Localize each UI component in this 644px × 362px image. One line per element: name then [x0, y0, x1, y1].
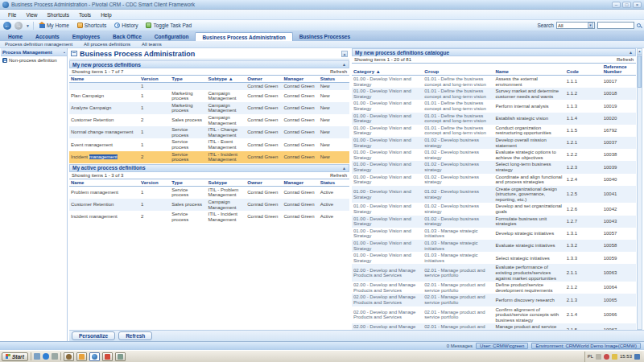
section-header-active-definitions[interactable]: My active process definitions ▲	[69, 164, 349, 172]
column-header[interactable]: Type	[170, 179, 206, 186]
column-header[interactable]: Subtype ▲	[207, 76, 246, 83]
table-row[interactable]: Incident management2Service processITIL …	[69, 151, 349, 163]
quicklaunch-icon-1[interactable]	[34, 353, 40, 360]
table-row[interactable]: 01.00 - Develop Vision and Strategy01.02…	[352, 149, 636, 161]
table-row[interactable]: 01.00 - Develop Vision and Strategy01.03…	[352, 240, 636, 252]
column-header[interactable]: Name	[69, 179, 139, 186]
column-header[interactable]: Status	[319, 179, 349, 186]
shortcuts-button[interactable]: Shortcuts	[75, 22, 109, 29]
update-tray-icon[interactable]	[612, 354, 617, 360]
workspace-tab[interactable]: Configuration	[148, 32, 196, 41]
table-row[interactable]: Problem management1Service processITIL -…	[69, 186, 349, 199]
table-row[interactable]: Plan Campaign1Marketing processCampaign …	[69, 90, 349, 102]
menu-item[interactable]: Shortcuts	[42, 11, 73, 19]
table-row[interactable]: 02.00 - Develop and Manage Products and …	[352, 282, 636, 294]
column-header[interactable]: Manager	[282, 76, 318, 83]
table-row[interactable]: 01.00 - Develop Vision and Strategy01.02…	[352, 161, 636, 173]
personalize-button[interactable]: Personalize	[72, 331, 115, 340]
column-header[interactable]: Owner	[246, 76, 282, 83]
environment-status[interactable]: Environment: CRMWorld Demo Image(CRMW)	[531, 343, 641, 349]
workspace-tab[interactable]: Business Process Administration	[195, 32, 292, 41]
table-row[interactable]: 01.00 - Develop Vision and Strategy01.01…	[352, 88, 636, 100]
table-row[interactable]: Customer Retention2Sales processCampaign…	[69, 114, 349, 126]
column-header[interactable]: Group	[423, 64, 493, 76]
refresh-link[interactable]: Refresh	[330, 173, 347, 178]
column-header[interactable]: Version	[139, 76, 170, 83]
quicklaunch-icon-3[interactable]	[52, 353, 58, 360]
column-header[interactable]: Category ▲	[352, 64, 423, 76]
table-row[interactable]: 01.00 - Develop Vision and Strategy01.01…	[352, 76, 636, 88]
workspace-tab[interactable]: Employees	[66, 32, 106, 41]
menu-item[interactable]: Tools	[74, 11, 96, 19]
search-scope-select[interactable]: All ▼	[556, 22, 595, 29]
workspace-tab[interactable]: Accounts	[29, 32, 66, 41]
table-row[interactable]: 02.00 - Develop and Manage Products and …	[352, 323, 636, 330]
minimize-button[interactable]: –	[612, 2, 621, 8]
scroll-up-icon[interactable]: ▲	[638, 49, 642, 55]
collapse-icon[interactable]: ▲	[342, 62, 346, 67]
taskbar-app-button-1[interactable]	[64, 352, 74, 361]
section-header-new-definitions[interactable]: My new process definitions ▲	[69, 60, 349, 68]
menu-item[interactable]: File	[3, 11, 21, 19]
taskbar-app-button-4[interactable]	[115, 352, 126, 361]
taskbar-app-button-pivotal[interactable]	[89, 352, 100, 361]
table-row[interactable]: Event management1Service processITIL - E…	[69, 138, 349, 150]
table-row[interactable]: 01.00 - Develop Vision and Strategy01.02…	[352, 137, 636, 149]
section-header-catalogue[interactable]: My new process definitions catalogue ▲	[352, 48, 636, 56]
sub-tab[interactable]: All process definitions	[84, 42, 130, 47]
column-header[interactable]: Type	[170, 76, 206, 83]
column-header[interactable]: Status	[319, 76, 349, 83]
scrollbar-thumb[interactable]	[638, 56, 642, 88]
forward-icon[interactable]: →	[14, 22, 23, 30]
workspace-tab[interactable]: Home	[2, 32, 29, 41]
messages-status[interactable]: 0 Messages	[447, 343, 473, 348]
table-row[interactable]: 02.00 - Develop and Manage Products and …	[352, 294, 636, 306]
table-row[interactable]: 01.00 - Develop Vision and Strategy01.02…	[352, 216, 636, 228]
table-row[interactable]: 01.00 - Develop Vision and Strategy01.02…	[352, 203, 636, 215]
column-header[interactable]: Code	[565, 64, 602, 76]
table-row[interactable]: 1Conrad GreenConrad GreenNew	[69, 83, 349, 90]
search-input[interactable]	[597, 22, 634, 29]
workspace-tab[interactable]: Back Office	[106, 32, 148, 41]
table-row[interactable]: 01.00 - Develop Vision and Strategy01.02…	[352, 186, 636, 204]
network-tray-icon[interactable]	[634, 354, 640, 360]
vertical-scrollbar[interactable]: ▲	[637, 48, 642, 330]
pin-icon[interactable]: ▪	[64, 50, 65, 55]
history-button[interactable]: History	[112, 22, 140, 29]
language-indicator[interactable]: PL	[588, 354, 593, 359]
table-row[interactable]: 01.00 - Develop Vision and Strategy01.03…	[352, 228, 636, 240]
table-row[interactable]: 02.00 - Develop and Manage Products and …	[352, 264, 636, 282]
table-row[interactable]: 02.00 - Develop and Manage Products and …	[352, 306, 636, 324]
column-header[interactable]: Name	[494, 64, 565, 76]
sidebar-item-non-process-definition[interactable]: Non-process definition	[1, 56, 67, 64]
back-icon[interactable]: ←	[3, 22, 11, 30]
alert-tray-icon[interactable]	[604, 354, 609, 360]
table-row[interactable]: Normal change management1Service process…	[69, 126, 349, 138]
toggle-task-pad-button[interactable]: Toggle Task Pad	[143, 22, 194, 29]
taskbar-app-button-2[interactable]	[76, 352, 87, 361]
refresh-link[interactable]: Refresh	[617, 57, 634, 62]
column-header[interactable]: Reference Number	[602, 64, 636, 76]
refresh-button[interactable]: Refresh	[118, 331, 152, 340]
sidebar-header[interactable]: Process Management ▪	[1, 48, 67, 56]
column-header[interactable]: Manager	[282, 179, 318, 186]
printer-tray-icon[interactable]	[596, 354, 601, 360]
nav-dropdown-icon[interactable]: ▼	[26, 23, 30, 28]
refresh-link[interactable]: Refresh	[330, 69, 347, 74]
scroll-up-icon[interactable]: ▲	[341, 51, 348, 57]
table-row[interactable]: 01.00 - Develop Vision and Strategy01.02…	[352, 174, 636, 186]
user-status[interactable]: User: CRMW\cgreen	[476, 343, 528, 349]
table-row[interactable]: Analyze Campaign1Marketing processCampai…	[69, 102, 349, 114]
collapse-icon[interactable]: ▲	[342, 166, 346, 171]
table-row[interactable]: Incident management2Service processITIL …	[69, 211, 349, 223]
collapse-icon[interactable]: ▲	[629, 50, 633, 55]
column-header[interactable]: Owner	[246, 179, 282, 186]
menu-item[interactable]: Help	[96, 11, 116, 19]
search-icon[interactable]	[637, 23, 641, 27]
maximize-button[interactable]: □	[622, 2, 631, 8]
quicklaunch-icon-2[interactable]	[43, 353, 49, 360]
column-header[interactable]: Name	[69, 76, 139, 83]
start-button[interactable]: Start	[2, 352, 28, 361]
column-header[interactable]: Version	[139, 179, 170, 186]
table-row[interactable]: 01.00 - Develop Vision and Strategy01.01…	[352, 125, 636, 137]
